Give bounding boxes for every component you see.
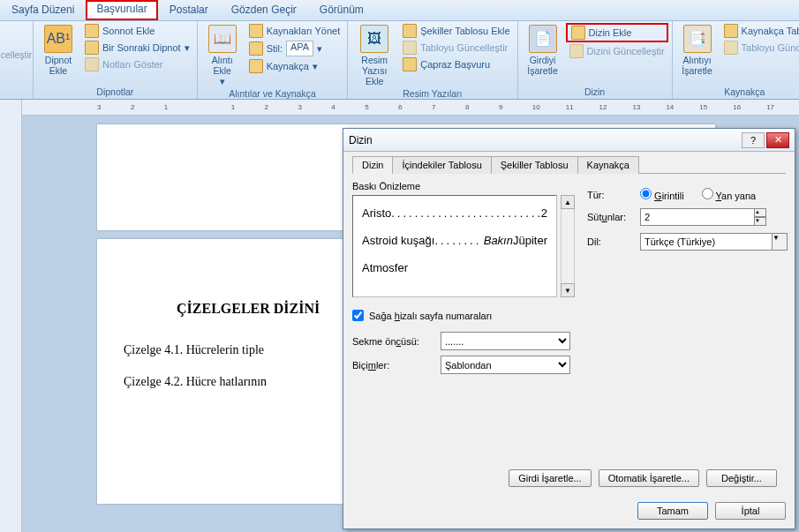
- update-tof-button: Tabloyu Güncelleştir: [399, 40, 513, 56]
- mark-entry-icon: 📄: [529, 25, 557, 53]
- ribbon-tabs: Sayfa Düzeni Başvurular Postalar Gözden …: [0, 0, 799, 21]
- dlg-tab-kaynakca[interactable]: Kaynakça: [577, 156, 639, 174]
- sonnot-ekle-button[interactable]: Sonnot Ekle: [81, 23, 193, 39]
- group-label-kaynakca: Kaynakça: [676, 86, 799, 99]
- dlg-tab-icindekiler[interactable]: İçindekiler Tablosu: [392, 156, 491, 174]
- caption-icon: 🖼: [360, 25, 388, 53]
- spinner-up-icon[interactable]: ▲: [754, 208, 766, 217]
- ribbon: celleştir AB¹ Dipnot Ekle Sonnot Ekle Bi…: [0, 21, 799, 100]
- preview-scrollbar[interactable]: ▲ ▼: [561, 195, 575, 297]
- dlg-tab-dizin[interactable]: Dizin: [352, 156, 393, 174]
- dropdown-icon[interactable]: ▼: [772, 233, 788, 251]
- cancel-button[interactable]: İptal: [715, 502, 786, 520]
- tab-sayfa-duzeni[interactable]: Sayfa Düzeni: [0, 0, 86, 20]
- mark-citation-button[interactable]: 📑 Alıntıyı İşaretle: [676, 23, 719, 78]
- dialog-titlebar[interactable]: Dizin ? ✕: [343, 129, 795, 152]
- index-dialog: Dizin ? ✕ Dizin İçindekiler Tablosu Şeki…: [343, 128, 795, 529]
- biblio-icon: [249, 59, 263, 73]
- tab-postalar[interactable]: Postalar: [158, 0, 220, 20]
- insert-caption-button[interactable]: 🖼 Resim Yazısı Ekle: [351, 23, 397, 88]
- modify-button[interactable]: Değiştir...: [706, 469, 777, 487]
- preview-label: Baskı Önizleme: [352, 181, 575, 191]
- spinner-down-icon[interactable]: ▼: [754, 217, 766, 226]
- horizontal-ruler: 3211234567891011121314151617: [22, 100, 799, 116]
- scroll-down-icon[interactable]: ▼: [561, 283, 575, 297]
- insert-toa-button[interactable]: Kaynakça Tablo: [720, 23, 799, 39]
- group-label-dipnotlar: Dipnotlar: [37, 86, 193, 99]
- citation-icon: 📖: [208, 25, 237, 53]
- insert-index-button[interactable]: Dizin Ekle: [566, 23, 668, 42]
- dlg-tab-sekiller[interactable]: Şekiller Tablosu: [491, 156, 578, 174]
- show-notes-button: Notları Göster: [81, 56, 193, 72]
- group-label-dizin: Dizin: [522, 86, 668, 99]
- scroll-up-icon[interactable]: ▲: [561, 195, 575, 209]
- formats-label: Biçimler:: [352, 360, 441, 371]
- alinti-ekle-button[interactable]: 📖 Alıntı Ekle▾: [201, 23, 244, 88]
- mark-entry-button[interactable]: 📄 Girdiyi İşaretle: [522, 23, 564, 78]
- close-button[interactable]: ✕: [766, 132, 789, 148]
- mark-citation-icon: 📑: [683, 25, 712, 53]
- footnote-icon: AB¹: [44, 25, 72, 53]
- cross-reference-button[interactable]: Çapraz Başvuru: [399, 56, 513, 72]
- update-toa-button: Tabloyu Günce: [720, 40, 799, 56]
- columns-label: Sütunlar:: [587, 212, 640, 222]
- next-footnote-icon: [85, 41, 99, 55]
- update-icon: [403, 41, 417, 55]
- style-select[interactable]: Stil: APA▾: [245, 40, 344, 57]
- vertical-ruler: [0, 100, 22, 532]
- tab-basvurular[interactable]: Başvurular: [86, 0, 157, 20]
- runin-radio[interactable]: Yan yana: [702, 188, 757, 201]
- formats-select[interactable]: Şablondan: [441, 356, 570, 374]
- indented-radio[interactable]: Girintili: [640, 188, 684, 201]
- tof-icon: [403, 24, 417, 38]
- ok-button[interactable]: Tamam: [637, 502, 708, 520]
- right-align-label: Sağa hizalı sayfa numaraları: [369, 311, 492, 321]
- sources-icon: [249, 24, 263, 38]
- group-label: [4, 86, 29, 99]
- manage-sources-button[interactable]: Kaynakları Yönet: [245, 23, 344, 39]
- show-notes-icon: [85, 57, 99, 71]
- tab-gozden-gecir[interactable]: Gözden Geçir: [220, 0, 308, 20]
- next-footnote-button[interactable]: Bir Sonraki Dipnot ▾: [81, 40, 193, 56]
- dialog-title: Dizin: [349, 134, 740, 146]
- endnote-icon: [85, 24, 99, 38]
- tab-gorunum[interactable]: Görünüm: [308, 0, 375, 20]
- right-align-checkbox[interactable]: [352, 310, 364, 321]
- xref-icon: [403, 57, 417, 71]
- mark-entry-button-dlg[interactable]: Girdi İşaretle...: [509, 469, 592, 487]
- dipnot-ekle-button[interactable]: AB¹ Dipnot Ekle: [37, 23, 79, 78]
- language-label: Dil:: [587, 236, 640, 247]
- update-toa-icon: [724, 41, 738, 55]
- index-icon: [571, 26, 585, 40]
- update-table-button: celleştir: [0, 49, 35, 61]
- bibliography-button[interactable]: Kaynakça ▾: [245, 58, 344, 74]
- tab-leader-label: Sekme öncüsü:: [352, 336, 441, 347]
- insert-tof-button[interactable]: Şekiller Tablosu Ekle: [399, 23, 513, 39]
- print-preview: Aristo..............................2 As…: [352, 195, 557, 297]
- language-select[interactable]: [640, 233, 773, 251]
- tab-leader-select[interactable]: .......: [441, 332, 570, 350]
- dialog-tabs: Dizin İçindekiler Tablosu Şekiller Tablo…: [352, 155, 786, 174]
- auto-mark-button[interactable]: Otomatik İşaretle...: [599, 469, 699, 487]
- toa-icon: [724, 24, 738, 38]
- update-index-icon: [569, 44, 584, 58]
- update-index-button: Dizini Güncelleştir: [566, 43, 668, 59]
- style-icon: [249, 41, 263, 56]
- columns-input[interactable]: [640, 208, 755, 226]
- help-button[interactable]: ?: [742, 132, 765, 148]
- type-label: Tür:: [587, 190, 640, 200]
